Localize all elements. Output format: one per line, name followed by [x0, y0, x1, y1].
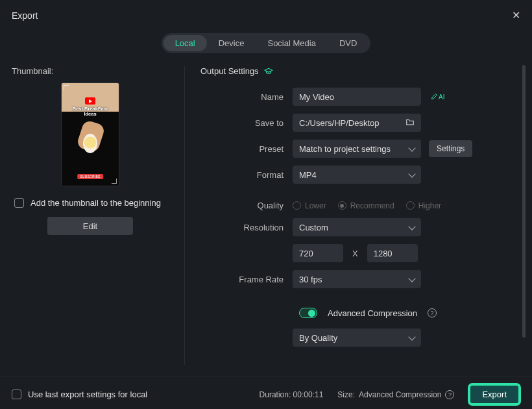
resolution-label: Resolution [200, 223, 293, 232]
help-icon[interactable]: ? [428, 308, 437, 317]
size-info: Size: Advanced Compression ? [337, 390, 454, 399]
use-last-settings-label: Use last export settings for local [28, 390, 147, 399]
thumbnail-label: Thumbnail: [12, 66, 169, 76]
advanced-compression-toggle[interactable] [299, 308, 317, 318]
format-label: Format [200, 170, 293, 180]
height-input[interactable] [367, 244, 418, 262]
dimension-separator: X [352, 249, 358, 258]
folder-icon[interactable] [405, 118, 415, 129]
advanced-compression-label: Advanced Compression [328, 308, 417, 318]
quality-lower-radio[interactable] [293, 201, 301, 210]
add-thumbnail-label: Add the thumbnail to the beginning [30, 198, 161, 208]
framerate-label: Frame Rate [200, 275, 293, 284]
tab-dvd[interactable]: DVD [328, 35, 369, 51]
export-button[interactable]: Export [468, 384, 520, 405]
scrollbar[interactable] [522, 65, 526, 338]
quality-recommend-radio[interactable] [338, 201, 346, 210]
subscribe-badge: SUBSCRIBE [77, 174, 103, 179]
help-icon[interactable]: ? [445, 390, 454, 399]
name-label: Name [200, 92, 293, 102]
play-icon [85, 97, 95, 105]
resolution-select[interactable]: Custom [293, 218, 421, 236]
edit-button[interactable]: Edit [47, 217, 133, 235]
output-settings-title: Output Settings [200, 66, 259, 76]
saveto-label: Save to [200, 118, 293, 128]
settings-button[interactable]: Settings [429, 140, 472, 157]
width-input[interactable] [293, 244, 343, 262]
saveto-input[interactable]: C:/Users/HP/Desktop [299, 118, 405, 128]
close-icon[interactable]: ✕ [512, 9, 520, 21]
use-last-settings-checkbox[interactable] [12, 390, 21, 399]
tab-device[interactable]: Device [207, 35, 256, 51]
thumbnail-overlay-text: Best BreakFastIdeas [62, 106, 119, 118]
chevron-down-icon [408, 223, 415, 230]
quality-label: Quality [200, 201, 293, 210]
name-input[interactable] [293, 88, 421, 106]
ai-icon[interactable]: AI [430, 93, 444, 101]
format-select[interactable]: MP4 [293, 166, 421, 184]
chevron-down-icon [408, 170, 415, 177]
framerate-select[interactable]: 30 fps [293, 270, 421, 288]
chevron-down-icon [408, 275, 415, 282]
duration-info: Duration: 00:00:11 [260, 390, 324, 399]
graduation-icon [264, 67, 273, 76]
compression-mode-select[interactable]: By Quality [293, 328, 421, 347]
quality-higher-radio[interactable] [406, 201, 415, 210]
chevron-down-icon [408, 333, 415, 340]
dialog-title: Export [12, 10, 38, 21]
preset-label: Preset [200, 144, 293, 154]
add-thumbnail-checkbox[interactable] [14, 198, 24, 208]
panel-divider [184, 66, 185, 365]
tab-social-media[interactable]: Social Media [256, 35, 327, 51]
thumbnail-preview[interactable]: Best BreakFastIdeas SUBSCRIBE [61, 82, 119, 186]
preset-select[interactable]: Match to project settings [293, 140, 421, 158]
export-tabs: Local Device Social Media DVD [162, 33, 371, 53]
tab-local[interactable]: Local [163, 35, 207, 51]
chevron-down-icon [408, 144, 415, 151]
